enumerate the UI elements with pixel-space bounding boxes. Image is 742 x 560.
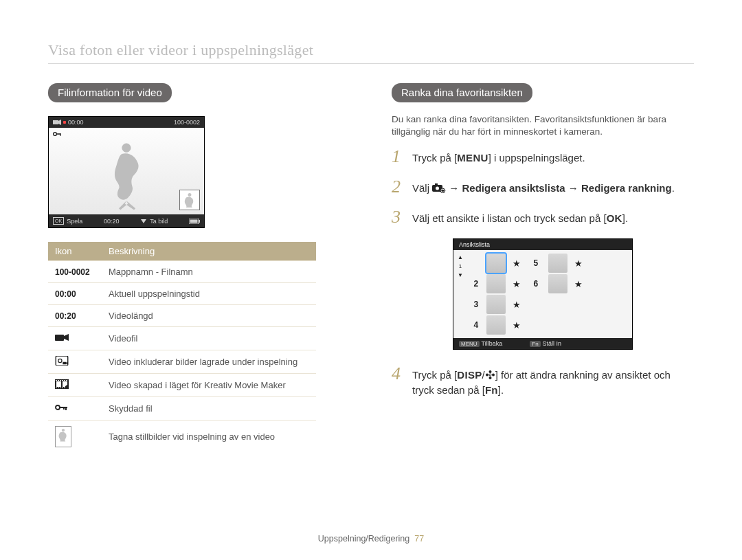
- step-number: 3: [392, 208, 405, 226]
- svg-rect-29: [63, 408, 65, 410]
- face-thumbnail: [486, 254, 506, 273]
- svg-rect-5: [190, 219, 198, 223]
- cell-desc: Videofil: [102, 327, 316, 350]
- step-1: 1 Tryck på [MENU] i uppspelningsläget.: [392, 148, 694, 166]
- svg-rect-12: [56, 381, 61, 387]
- filmstrip-icon: [48, 374, 102, 397]
- face-rank: 3: [470, 300, 482, 309]
- section-pill-right: Ranka dina favoritansikten: [392, 83, 532, 102]
- ok-badge: OK: [53, 217, 64, 225]
- face-thumbnail: [486, 315, 506, 335]
- step-3: 3 Välj ett ansikte i listan och tryck se…: [392, 208, 694, 226]
- svg-rect-21: [58, 388, 59, 388]
- battery-icon: [189, 219, 200, 224]
- cell-icon: 00:20: [48, 305, 102, 327]
- svg-rect-14: [56, 380, 57, 381]
- step-text: ].: [498, 384, 504, 396]
- svg-rect-15: [58, 380, 59, 381]
- star-icon: ★: [574, 258, 585, 269]
- svg-rect-3: [60, 135, 60, 136]
- star-icon: ★: [513, 279, 524, 289]
- step-text: ] i uppspelningsläget.: [488, 152, 585, 164]
- svg-rect-2: [56, 133, 61, 135]
- svg-rect-22: [60, 388, 61, 388]
- cell-icon: 00:00: [48, 283, 102, 305]
- svg-point-37: [486, 374, 488, 377]
- icon-description-table: Ikon Beskrivning 100-0002 Mappnamn - Fil…: [48, 242, 316, 453]
- svg-rect-17: [62, 380, 63, 381]
- step-text: .: [672, 182, 675, 194]
- down-arrow-icon: [140, 219, 147, 224]
- face-thumbnail: [486, 274, 506, 293]
- left-column: Filinformation för video 00:00 100-0002: [48, 83, 350, 453]
- face-thumbnail: [548, 274, 567, 293]
- page-title: Visa foton eller videor i uppspelningslä…: [48, 41, 694, 64]
- step-text: ].: [622, 212, 628, 224]
- step-number: 1: [392, 148, 405, 166]
- table-row: Video inkluderar bilder lagrade under in…: [48, 350, 316, 374]
- key-icon: [53, 131, 63, 139]
- ok-button-label: OK: [607, 211, 622, 226]
- skater-thumb-icon: [183, 192, 196, 208]
- svg-rect-18: [64, 380, 65, 381]
- step-text: Välj: [412, 182, 432, 194]
- svg-rect-27: [60, 407, 67, 408]
- photo-in-video-icon: [48, 350, 102, 374]
- table-row: Video skapad i läget för Kreativ Movie M…: [48, 374, 316, 397]
- player-fileno: 100-0002: [174, 119, 200, 126]
- svg-rect-10: [63, 362, 66, 365]
- camera-settings-icon: [432, 183, 446, 193]
- cell-desc: Skyddad fil: [102, 397, 316, 421]
- star-icon: ★: [574, 279, 585, 289]
- th-icon: Ikon: [48, 242, 102, 261]
- svg-rect-16: [60, 380, 61, 381]
- key-icon: [48, 397, 102, 421]
- svg-rect-24: [64, 388, 65, 388]
- step-text: →: [449, 182, 462, 194]
- set-label: Ställ In: [543, 340, 562, 347]
- up-arrow-icon: ▲: [458, 254, 463, 260]
- table-row: 00:20 Videolängd: [48, 305, 316, 327]
- th-desc: Beskrivning: [102, 242, 316, 261]
- svg-point-34: [488, 370, 491, 373]
- svg-point-35: [492, 374, 495, 377]
- svg-rect-7: [55, 335, 64, 341]
- table-row: Videofil: [48, 327, 316, 350]
- table-row: 100-0002 Mappnamn - Filnamn: [48, 261, 316, 283]
- svg-point-1: [54, 133, 57, 136]
- svg-point-26: [56, 405, 60, 410]
- stillframe-thumbnail: [179, 190, 200, 210]
- cell-desc: Aktuell uppspelningstid: [102, 283, 316, 305]
- video-preview-panel: 00:00 100-0002 OK Spela: [48, 116, 205, 228]
- face-rank: 1: [459, 263, 462, 269]
- flower-icon: [485, 370, 495, 380]
- step-text: Tryck på [: [412, 152, 457, 164]
- back-label: Tillbaka: [482, 340, 503, 347]
- skater-thumb-icon: [48, 421, 102, 453]
- play-label: Spela: [67, 218, 82, 225]
- table-row: 00:00 Aktuell uppspelningstid: [48, 283, 316, 305]
- svg-rect-28: [65, 408, 67, 410]
- intro-text: Du kan ranka dina favoritansikten. Favor…: [392, 113, 694, 138]
- page-footer: Uppspelning/Redigering 77: [0, 534, 742, 544]
- face-list-panel: Ansiktslista ▲ 1 ▼ ★ 5★ 2★ 6★ 3★ 4: [453, 238, 633, 350]
- bold-option: Redigera ansiktslista: [462, 182, 565, 194]
- star-icon: ★: [513, 320, 524, 331]
- disp-button-label: DISP: [457, 368, 482, 383]
- right-column: Ranka dina favoritansikten Du kan ranka …: [392, 83, 694, 453]
- star-icon: ★: [513, 258, 524, 269]
- fn-tag: Fn: [530, 341, 540, 347]
- face-rank: 4: [470, 320, 482, 330]
- svg-rect-20: [56, 388, 57, 388]
- player-time-current: 00:00: [68, 119, 84, 126]
- cell-desc: Video inkluderar bilder lagrade under in…: [102, 350, 316, 374]
- rec-indicator: 00:00: [53, 119, 84, 126]
- step-text: Tryck på [: [412, 369, 457, 381]
- face-thumbnail: [486, 295, 506, 314]
- face-thumbnail: [548, 254, 567, 273]
- face-rank: 2: [470, 279, 482, 289]
- facepanel-title: Ansiktslista: [453, 239, 632, 250]
- svg-rect-0: [53, 120, 58, 124]
- step-text: →: [568, 182, 581, 194]
- down-arrow-icon: ▼: [458, 272, 463, 278]
